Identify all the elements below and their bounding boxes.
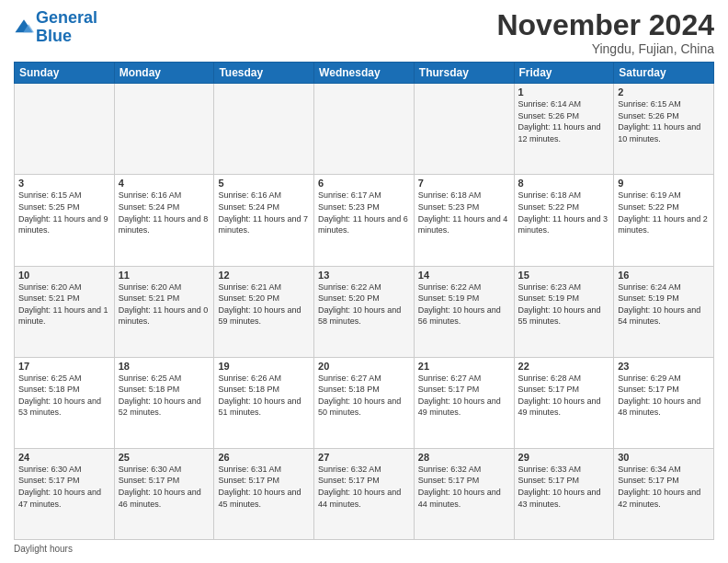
day-info: Sunrise: 6:22 AMSunset: 5:20 PMDaylight:…	[318, 282, 410, 327]
day-cell	[414, 84, 514, 175]
day-number: 24	[18, 452, 110, 463]
day-number: 21	[418, 361, 510, 372]
day-number: 30	[618, 452, 710, 463]
day-cell: 9Sunrise: 6:19 AMSunset: 5:22 PMDaylight…	[614, 175, 714, 266]
day-info: Sunrise: 6:27 AMSunset: 5:18 PMDaylight:…	[318, 373, 410, 419]
day-cell: 19Sunrise: 6:26 AMSunset: 5:18 PMDayligh…	[214, 357, 314, 448]
day-info: Sunrise: 6:31 AMSunset: 5:17 PMDaylight:…	[218, 464, 310, 510]
day-number: 26	[218, 452, 310, 463]
day-cell: 5Sunrise: 6:16 AMSunset: 5:24 PMDaylight…	[214, 175, 314, 266]
day-info: Sunrise: 6:16 AMSunset: 5:24 PMDaylight:…	[119, 190, 210, 236]
day-number: 12	[218, 270, 310, 281]
day-number: 17	[18, 361, 110, 372]
day-info: Sunrise: 6:30 AMSunset: 5:17 PMDaylight:…	[18, 464, 110, 510]
calendar-table: SundayMondayTuesdayWednesdayThursdayFrid…	[14, 62, 714, 540]
day-info: Sunrise: 6:18 AMSunset: 5:22 PMDaylight:…	[518, 190, 610, 236]
week-row-2: 3Sunrise: 6:15 AMSunset: 5:25 PMDaylight…	[15, 175, 714, 266]
week-row-4: 17Sunrise: 6:25 AMSunset: 5:18 PMDayligh…	[15, 357, 714, 448]
day-number: 29	[518, 452, 610, 463]
day-cell: 13Sunrise: 6:22 AMSunset: 5:20 PMDayligh…	[314, 266, 415, 357]
day-cell: 27Sunrise: 6:32 AMSunset: 5:17 PMDayligh…	[314, 448, 415, 539]
day-info: Sunrise: 6:32 AMSunset: 5:17 PMDaylight:…	[318, 464, 410, 510]
day-info: Sunrise: 6:22 AMSunset: 5:19 PMDaylight:…	[418, 282, 510, 327]
day-info: Sunrise: 6:21 AMSunset: 5:20 PMDaylight:…	[218, 282, 310, 327]
day-number: 25	[119, 452, 210, 463]
week-row-5: 24Sunrise: 6:30 AMSunset: 5:17 PMDayligh…	[15, 448, 714, 539]
day-number: 7	[418, 178, 510, 189]
day-cell: 26Sunrise: 6:31 AMSunset: 5:17 PMDayligh…	[214, 448, 314, 539]
day-number: 23	[618, 361, 710, 372]
day-info: Sunrise: 6:25 AMSunset: 5:18 PMDaylight:…	[119, 373, 210, 419]
day-number: 16	[618, 270, 710, 281]
col-header-tuesday: Tuesday	[214, 63, 314, 84]
day-cell: 11Sunrise: 6:20 AMSunset: 5:21 PMDayligh…	[114, 266, 214, 357]
day-number: 13	[318, 270, 410, 281]
day-number: 10	[18, 270, 110, 281]
day-number: 3	[18, 178, 110, 189]
day-info: Sunrise: 6:26 AMSunset: 5:18 PMDaylight:…	[218, 373, 310, 419]
day-cell: 17Sunrise: 6:25 AMSunset: 5:18 PMDayligh…	[15, 357, 115, 448]
day-cell	[214, 84, 314, 175]
day-info: Sunrise: 6:33 AMSunset: 5:17 PMDaylight:…	[518, 464, 610, 510]
day-info: Sunrise: 6:23 AMSunset: 5:19 PMDaylight:…	[518, 282, 610, 327]
day-info: Sunrise: 6:25 AMSunset: 5:18 PMDaylight:…	[18, 373, 110, 419]
col-header-monday: Monday	[114, 63, 214, 84]
day-cell: 29Sunrise: 6:33 AMSunset: 5:17 PMDayligh…	[514, 448, 614, 539]
footer: Daylight hours	[14, 544, 714, 554]
col-header-sunday: Sunday	[15, 63, 115, 84]
week-row-1: 1Sunrise: 6:14 AMSunset: 5:26 PMDaylight…	[15, 84, 714, 175]
day-info: Sunrise: 6:27 AMSunset: 5:17 PMDaylight:…	[418, 373, 510, 419]
title-block: November 2024 Yingdu, Fujian, China	[496, 9, 714, 56]
day-number: 6	[318, 178, 410, 189]
day-cell: 18Sunrise: 6:25 AMSunset: 5:18 PMDayligh…	[114, 357, 214, 448]
day-number: 28	[418, 452, 510, 463]
day-number: 8	[518, 178, 610, 189]
logo: General Blue	[14, 9, 97, 46]
header: General Blue November 2024 Yingdu, Fujia…	[14, 9, 714, 56]
col-header-friday: Friday	[514, 63, 614, 84]
logo-blue: Blue	[36, 27, 72, 45]
day-cell: 4Sunrise: 6:16 AMSunset: 5:24 PMDaylight…	[114, 175, 214, 266]
day-info: Sunrise: 6:15 AMSunset: 5:25 PMDaylight:…	[18, 190, 110, 236]
day-info: Sunrise: 6:34 AMSunset: 5:17 PMDaylight:…	[618, 464, 710, 510]
day-cell: 21Sunrise: 6:27 AMSunset: 5:17 PMDayligh…	[414, 357, 514, 448]
day-number: 1	[518, 86, 610, 98]
day-cell	[314, 84, 415, 175]
day-cell: 14Sunrise: 6:22 AMSunset: 5:19 PMDayligh…	[414, 266, 514, 357]
day-info: Sunrise: 6:32 AMSunset: 5:17 PMDaylight:…	[418, 464, 510, 510]
day-info: Sunrise: 6:28 AMSunset: 5:17 PMDaylight:…	[518, 373, 610, 419]
day-info: Sunrise: 6:30 AMSunset: 5:17 PMDaylight:…	[119, 464, 210, 510]
header-row: SundayMondayTuesdayWednesdayThursdayFrid…	[15, 63, 714, 84]
day-cell	[114, 84, 214, 175]
logo-general: General	[36, 8, 97, 27]
logo-icon	[14, 17, 34, 38]
day-info: Sunrise: 6:20 AMSunset: 5:21 PMDaylight:…	[119, 282, 210, 327]
day-number: 11	[119, 270, 210, 281]
day-cell: 8Sunrise: 6:18 AMSunset: 5:22 PMDaylight…	[514, 175, 614, 266]
day-cell: 25Sunrise: 6:30 AMSunset: 5:17 PMDayligh…	[114, 448, 214, 539]
day-info: Sunrise: 6:29 AMSunset: 5:17 PMDaylight:…	[618, 373, 710, 419]
day-info: Sunrise: 6:18 AMSunset: 5:23 PMDaylight:…	[418, 190, 510, 236]
day-cell: 22Sunrise: 6:28 AMSunset: 5:17 PMDayligh…	[514, 357, 614, 448]
day-number: 18	[119, 361, 210, 372]
day-number: 19	[218, 361, 310, 372]
week-row-3: 10Sunrise: 6:20 AMSunset: 5:21 PMDayligh…	[15, 266, 714, 357]
day-cell: 6Sunrise: 6:17 AMSunset: 5:23 PMDaylight…	[314, 175, 415, 266]
day-cell: 20Sunrise: 6:27 AMSunset: 5:18 PMDayligh…	[314, 357, 415, 448]
day-info: Sunrise: 6:24 AMSunset: 5:19 PMDaylight:…	[618, 282, 710, 327]
day-number: 9	[618, 178, 710, 189]
day-cell: 7Sunrise: 6:18 AMSunset: 5:23 PMDaylight…	[414, 175, 514, 266]
daylight-label: Daylight hours	[14, 544, 73, 554]
day-number: 4	[119, 178, 210, 189]
day-cell: 12Sunrise: 6:21 AMSunset: 5:20 PMDayligh…	[214, 266, 314, 357]
day-number: 5	[218, 178, 310, 189]
day-cell: 16Sunrise: 6:24 AMSunset: 5:19 PMDayligh…	[614, 266, 714, 357]
day-cell: 28Sunrise: 6:32 AMSunset: 5:17 PMDayligh…	[414, 448, 514, 539]
day-info: Sunrise: 6:20 AMSunset: 5:21 PMDaylight:…	[18, 282, 110, 327]
location: Yingdu, Fujian, China	[496, 41, 714, 56]
day-info: Sunrise: 6:14 AMSunset: 5:26 PMDaylight:…	[518, 98, 610, 144]
day-cell: 2Sunrise: 6:15 AMSunset: 5:26 PMDaylight…	[614, 84, 714, 175]
day-cell: 30Sunrise: 6:34 AMSunset: 5:17 PMDayligh…	[614, 448, 714, 539]
day-info: Sunrise: 6:19 AMSunset: 5:22 PMDaylight:…	[618, 190, 710, 236]
day-number: 20	[318, 361, 410, 372]
